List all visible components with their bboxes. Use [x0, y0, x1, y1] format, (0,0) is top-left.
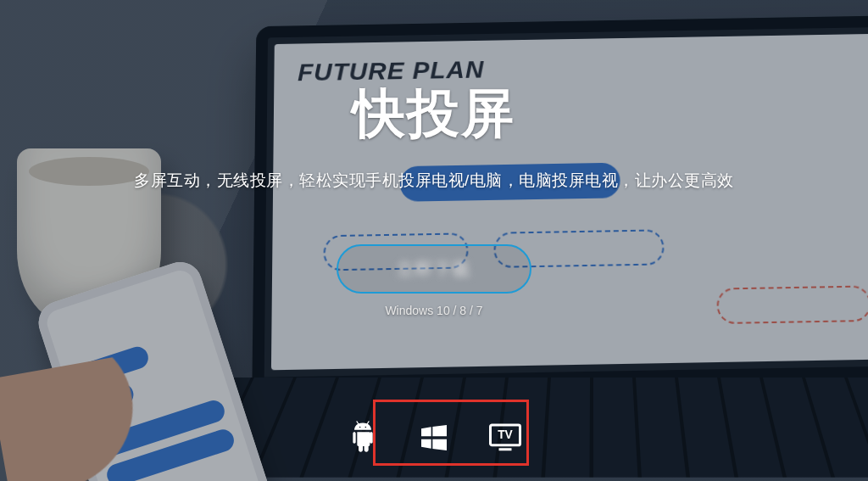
os-support-text: Windows 10 / 8 / 7 — [385, 304, 482, 317]
platform-windows[interactable] — [416, 420, 452, 456]
download-button-label: 立即下载 — [397, 258, 471, 281]
windows-icon — [417, 421, 451, 455]
hero-title: 快投屏 — [353, 78, 515, 149]
platform-android[interactable] — [345, 420, 381, 456]
platform-tv[interactable]: TV — [487, 420, 523, 456]
tv-icon-label: TV — [498, 428, 513, 441]
platform-icon-row: TV — [345, 420, 523, 456]
hero-section: 快投屏 多屏互动，无线投屏，轻松实现手机投屏电视/电脑，电脑投屏电视，让办公更高… — [0, 0, 868, 481]
download-button[interactable]: 立即下载 — [337, 244, 531, 294]
android-icon — [346, 421, 380, 455]
hero-subtitle: 多屏互动，无线投屏，轻松实现手机投屏电视/电脑，电脑投屏电视，让办公更高效 — [134, 170, 734, 192]
tv-icon: TV — [488, 421, 522, 455]
